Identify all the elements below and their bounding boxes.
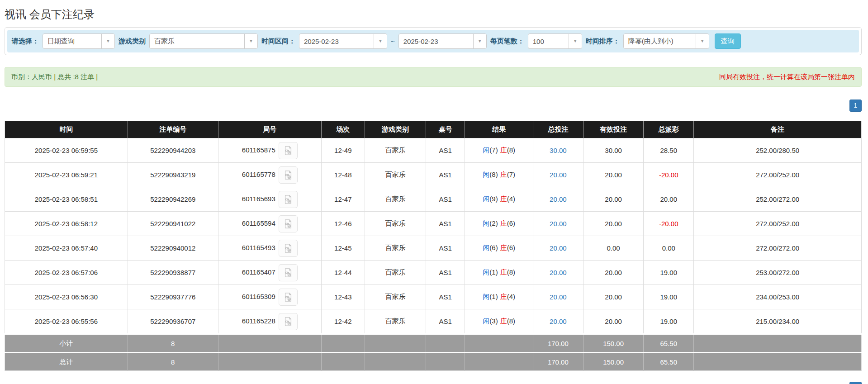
round-cell: 601165693 bbox=[218, 187, 321, 212]
column-header: 时间 bbox=[5, 121, 128, 138]
bet-id-cell: 522290941022 bbox=[128, 212, 218, 236]
video-replay-button[interactable] bbox=[279, 240, 298, 257]
video-file-icon bbox=[283, 219, 293, 229]
video-file-icon bbox=[283, 243, 293, 253]
session-cell: 12-49 bbox=[321, 138, 365, 163]
total-bet-link[interactable]: 20.00 bbox=[550, 293, 567, 301]
time-cell: 2025-02-23 06:55:56 bbox=[5, 309, 128, 334]
column-header: 注单编号 bbox=[128, 121, 218, 138]
column-header: 游戏类别 bbox=[365, 121, 426, 138]
payout-cell: -20.00 bbox=[644, 212, 694, 236]
empty-cell bbox=[365, 334, 426, 353]
table-row: 2025-02-23 06:57:06 522290938877 6011654… bbox=[5, 261, 862, 285]
game-cell: 百家乐 bbox=[365, 187, 426, 212]
time-cell: 2025-02-23 06:58:12 bbox=[5, 212, 128, 236]
date-to-select[interactable]: 2025-02-23 ▼ bbox=[398, 33, 487, 49]
video-replay-button[interactable] bbox=[279, 313, 298, 330]
summary-bar: 币别：人民币 | 总共 :8 注单 | 同局有效投注，统一计算在该局第一张注单内 bbox=[5, 67, 862, 87]
bet-id-cell: 522290944203 bbox=[128, 138, 218, 163]
result-banker-label: 庄 bbox=[500, 268, 507, 276]
total-bet-link[interactable]: 20.00 bbox=[550, 195, 567, 203]
video-replay-button[interactable] bbox=[279, 215, 298, 232]
table-row: 2025-02-23 06:59:55 522290944203 6011658… bbox=[5, 138, 862, 163]
game-cell: 百家乐 bbox=[365, 309, 426, 334]
video-replay-button[interactable] bbox=[279, 191, 298, 208]
table-body: 2025-02-23 06:59:55 522290944203 6011658… bbox=[5, 138, 862, 334]
result-cell: 闲(1)庄(4) bbox=[465, 285, 533, 309]
result-banker-value: (4) bbox=[507, 293, 515, 300]
video-file-icon bbox=[283, 170, 293, 180]
result-banker-label: 庄 bbox=[500, 293, 507, 300]
round-cell: 601165407 bbox=[218, 261, 321, 285]
round-id: 601165594 bbox=[242, 219, 275, 227]
valid-bet-cell: 20.00 bbox=[583, 163, 644, 187]
total-bet-cell: 20.00 bbox=[533, 285, 583, 309]
table-header-row: 时间注单编号局号场次游戏类别桌号结果总投注有效投注总派彩备注 bbox=[5, 121, 862, 138]
total-bet-link[interactable]: 20.00 bbox=[550, 220, 567, 228]
result-player-value: (1) bbox=[489, 268, 498, 276]
result-banker-value: (8) bbox=[507, 268, 515, 276]
date-from-select[interactable]: 2025-02-23 ▼ bbox=[299, 33, 387, 49]
page-button-1[interactable]: 1 bbox=[849, 382, 862, 384]
total-payout: 65.50 bbox=[644, 353, 694, 371]
payout-cell: 20.00 bbox=[644, 187, 694, 212]
video-replay-button[interactable] bbox=[279, 142, 298, 159]
total-bet-link[interactable]: 20.00 bbox=[550, 244, 567, 252]
round-cell: 601165778 bbox=[218, 163, 321, 187]
round-cell: 601165875 bbox=[218, 138, 321, 163]
page-button-1[interactable]: 1 bbox=[849, 100, 862, 112]
video-replay-button[interactable] bbox=[279, 264, 298, 281]
total-bet-link[interactable]: 20.00 bbox=[550, 171, 567, 179]
round-id: 601165875 bbox=[242, 146, 275, 153]
game-category-select[interactable]: 百家乐 ▼ bbox=[149, 33, 258, 49]
time-range-label: 时间区间： bbox=[261, 37, 295, 46]
bet-id-cell: 522290936707 bbox=[128, 309, 218, 334]
chevron-down-icon: ▼ bbox=[244, 34, 257, 48]
chevron-down-icon: ▼ bbox=[101, 34, 114, 48]
payout-cell: 0.00 bbox=[644, 236, 694, 261]
time-sort-select[interactable]: 降幂(由大到小) ▼ bbox=[623, 33, 709, 49]
table-row: 2025-02-23 06:55:56 522290936707 6011652… bbox=[5, 309, 862, 334]
total-bet-link[interactable]: 20.00 bbox=[550, 318, 567, 325]
result-player-label: 闲 bbox=[483, 268, 489, 276]
query-type-select[interactable]: 日期查询 ▼ bbox=[43, 33, 115, 49]
result-banker-label: 庄 bbox=[500, 171, 507, 178]
total-bet-cell: 20.00 bbox=[533, 187, 583, 212]
video-replay-button[interactable] bbox=[279, 166, 298, 184]
round-id: 601165693 bbox=[242, 194, 275, 202]
result-cell: 闲(6)庄(6) bbox=[465, 236, 533, 261]
remark-cell: 272.00/272.00 bbox=[694, 236, 862, 261]
game-cell: 百家乐 bbox=[365, 138, 426, 163]
table-row: 2025-02-23 06:56:30 522290937776 6011653… bbox=[5, 285, 862, 309]
game-category-value: 百家乐 bbox=[150, 37, 179, 46]
result-cell: 闲(3)庄(8) bbox=[465, 309, 533, 334]
session-cell: 12-48 bbox=[321, 163, 365, 187]
column-header: 备注 bbox=[694, 121, 862, 138]
result-banker-label: 庄 bbox=[500, 219, 507, 227]
result-cell: 闲(9)庄(4) bbox=[465, 187, 533, 212]
empty-cell bbox=[465, 353, 533, 371]
empty-cell bbox=[694, 334, 862, 353]
filter-bar: 请选择： 日期查询 ▼ 游戏类别 百家乐 ▼ 时间区间： 2025-02-23 … bbox=[7, 30, 859, 52]
valid-bet-cell: 0.00 bbox=[583, 236, 644, 261]
result-cell: 闲(7)庄(8) bbox=[465, 138, 533, 163]
total-bet-link[interactable]: 20.00 bbox=[550, 269, 567, 276]
round-cell: 601165228 bbox=[218, 309, 321, 334]
payout-cell: -20.00 bbox=[644, 163, 694, 187]
time-sort-label: 时间排序： bbox=[586, 37, 620, 46]
search-button[interactable]: 查询 bbox=[715, 33, 741, 49]
summary-text: 币别：人民币 | 总共 :8 注单 | bbox=[11, 73, 98, 81]
table-no-cell: AS1 bbox=[426, 212, 465, 236]
total-bet-link[interactable]: 30.00 bbox=[550, 147, 567, 154]
remark-cell: 272.00/252.00 bbox=[694, 163, 862, 187]
result-player-label: 闲 bbox=[483, 146, 489, 154]
session-cell: 12-46 bbox=[321, 212, 365, 236]
subtotal-valid-bet: 150.00 bbox=[583, 334, 644, 353]
video-file-icon bbox=[283, 268, 293, 278]
time-cell: 2025-02-23 06:58:51 bbox=[5, 187, 128, 212]
bet-id-cell: 522290938877 bbox=[128, 261, 218, 285]
game-cell: 百家乐 bbox=[365, 163, 426, 187]
video-replay-button[interactable] bbox=[279, 289, 298, 306]
bet-id-cell: 522290942269 bbox=[128, 187, 218, 212]
page-size-select[interactable]: 100 ▼ bbox=[528, 33, 582, 49]
